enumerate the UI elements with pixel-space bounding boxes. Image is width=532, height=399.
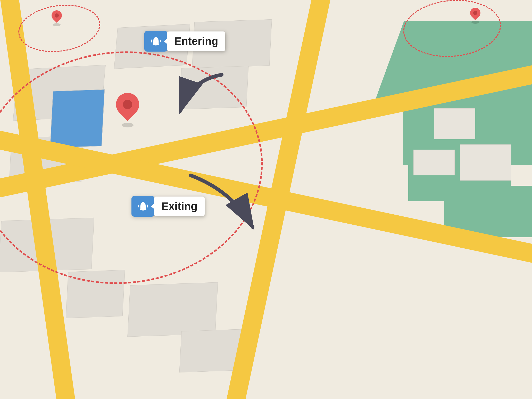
entering-arrow xyxy=(170,70,237,126)
map-container: Entering Exiting xyxy=(0,0,532,399)
map-block xyxy=(127,282,218,337)
map-block xyxy=(413,150,455,175)
location-pin-tl xyxy=(52,10,62,26)
map-block xyxy=(460,144,511,181)
location-pin-main xyxy=(116,93,139,127)
svg-rect-3 xyxy=(140,209,146,210)
geofence-small-tl xyxy=(15,0,103,57)
entering-label: Entering xyxy=(167,31,225,51)
exiting-notification: Exiting xyxy=(131,196,205,217)
exiting-label: Exiting xyxy=(154,197,205,216)
map-block xyxy=(434,108,475,139)
svg-rect-2 xyxy=(153,44,159,45)
location-pin-tr xyxy=(470,8,480,24)
entering-notification: Entering xyxy=(144,31,225,52)
